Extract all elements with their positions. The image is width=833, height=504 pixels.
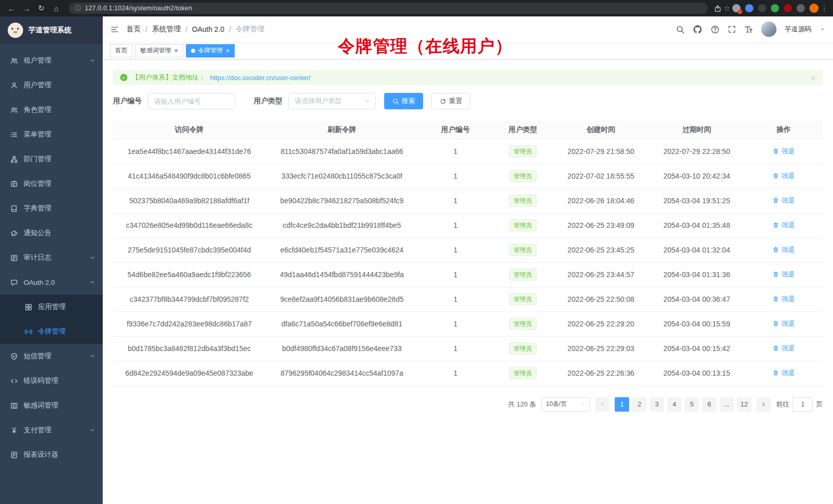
dark-extension-icon[interactable] bbox=[758, 4, 766, 12]
app-logo[interactable]: 芋道管理系统 bbox=[0, 16, 103, 44]
create-time-cell: 2022-06-25 22:29:20 bbox=[553, 312, 649, 336]
red-extension-icon[interactable] bbox=[784, 4, 792, 12]
sidebar-item-sensitive-word[interactable]: 敏感词管理 bbox=[0, 393, 103, 418]
tab-token[interactable]: 令牌管理× bbox=[186, 44, 235, 57]
sidebar-item-oauth2-app[interactable]: 应用管理 bbox=[0, 295, 103, 319]
user-type-cell: 管理员 bbox=[493, 188, 553, 213]
page-button-1[interactable]: 1 bbox=[615, 397, 629, 412]
trash-icon bbox=[772, 246, 779, 253]
sidebar-item-oauth2-token[interactable]: 令牌管理 bbox=[0, 319, 103, 344]
username[interactable]: 芋道源码 bbox=[785, 25, 811, 34]
page-button-2[interactable]: 2 bbox=[632, 397, 647, 412]
force-logout-button[interactable]: 强退 bbox=[772, 196, 794, 205]
sidebar-item-dept[interactable]: 部门管理 bbox=[0, 147, 103, 171]
font-size-icon[interactable] bbox=[744, 25, 753, 34]
site-info-icon[interactable]: ⓘ bbox=[75, 4, 81, 13]
sidebar-item-label: 部门管理 bbox=[24, 154, 51, 164]
sidebar-item-notice[interactable]: 通知公告 bbox=[0, 221, 103, 245]
tab-close-icon[interactable]: × bbox=[226, 47, 230, 54]
action-cell: 强退 bbox=[745, 336, 823, 361]
force-logout-button[interactable]: 强退 bbox=[772, 369, 794, 378]
sidebar-item-sms[interactable]: 短信管理 bbox=[0, 344, 103, 369]
sidebar-item-dict[interactable]: 字典管理 bbox=[0, 196, 103, 221]
tab-sensitive-word[interactable]: 敏感词管理× bbox=[135, 44, 183, 57]
sidebar-toggle-icon[interactable] bbox=[110, 25, 119, 34]
sidebar-item-oauth2[interactable]: OAuth 2.0 bbox=[0, 270, 103, 295]
access-token-cell: c347026e805e4d99b0d116eae66eda8c bbox=[113, 213, 266, 238]
pinned-extension-icon[interactable] bbox=[732, 4, 741, 12]
alert-close-icon[interactable]: × bbox=[811, 73, 816, 82]
blue-extension-icon[interactable] bbox=[745, 4, 753, 12]
sidebar-item-report-designer[interactable]: 报表设计器 bbox=[0, 442, 103, 467]
expire-time-cell: 2054-03-04 00:15:42 bbox=[649, 336, 745, 361]
page-button-12[interactable]: 12 bbox=[737, 397, 751, 412]
help-icon[interactable] bbox=[711, 25, 720, 34]
sidebar-item-audit-log[interactable]: 审计日志 bbox=[0, 245, 103, 270]
column-header: 用户类型 bbox=[493, 121, 553, 139]
create-time-cell: 2022-06-25 23:44:57 bbox=[553, 262, 649, 287]
breadcrumb-item[interactable]: 系统管理 bbox=[152, 25, 181, 34]
page-buttons: 123456...12 bbox=[615, 397, 751, 412]
next-page-button[interactable] bbox=[756, 397, 771, 412]
tab-close-icon[interactable]: × bbox=[174, 47, 178, 54]
sidebar-item-post[interactable]: 岗位管理 bbox=[0, 171, 103, 196]
page-size-select[interactable]: 10条/页 bbox=[541, 397, 590, 412]
force-logout-button[interactable]: 强退 bbox=[772, 319, 794, 328]
app-title: 芋道管理系统 bbox=[28, 26, 71, 35]
sidebar-item-tenant[interactable]: 租户管理 bbox=[0, 48, 103, 73]
sidebar-item-role[interactable]: 角色管理 bbox=[0, 98, 103, 122]
chevron-down-icon bbox=[89, 353, 96, 359]
reset-button[interactable]: 重置 bbox=[431, 93, 470, 109]
search-icon bbox=[676, 25, 685, 34]
force-logout-button[interactable]: 强退 bbox=[772, 147, 794, 156]
page-button-6[interactable]: 6 bbox=[702, 397, 716, 412]
user-avatar[interactable] bbox=[761, 22, 777, 37]
table-row: c347026e805e4d99b0d116eae66eda8ccdfc4ce9… bbox=[113, 213, 823, 238]
search-button[interactable]: 搜索 bbox=[384, 93, 423, 109]
user-id-cell: 1 bbox=[418, 164, 493, 188]
sidebar-item-user[interactable]: 用户管理 bbox=[0, 73, 103, 98]
force-logout-button[interactable]: 强退 bbox=[772, 270, 794, 279]
doc-link[interactable]: https://doc.iocoder.cn/user-center/ bbox=[210, 74, 311, 82]
caret-down-icon[interactable] bbox=[820, 27, 825, 32]
force-logout-button[interactable]: 强退 bbox=[772, 295, 794, 304]
role-icon bbox=[10, 106, 18, 114]
user-id-input[interactable] bbox=[148, 93, 235, 109]
sidebar-item-pay[interactable]: 支付管理 bbox=[0, 418, 103, 442]
green-extension-icon[interactable] bbox=[771, 4, 779, 12]
page-button-5[interactable]: 5 bbox=[685, 397, 699, 412]
page-ellipsis[interactable]: ... bbox=[720, 397, 734, 412]
force-logout-button[interactable]: 强退 bbox=[772, 245, 794, 255]
bookmark-star-icon[interactable]: ☆ bbox=[724, 4, 730, 13]
force-logout-button[interactable]: 强退 bbox=[772, 171, 794, 181]
back-icon[interactable]: ← bbox=[5, 2, 18, 14]
fullscreen-icon[interactable] bbox=[728, 25, 736, 33]
chevron-down-icon bbox=[89, 255, 96, 261]
force-logout-button[interactable]: 强退 bbox=[772, 344, 794, 353]
refresh-icon[interactable]: ↻ bbox=[35, 2, 48, 14]
github-icon[interactable] bbox=[693, 25, 703, 34]
prev-page-button[interactable] bbox=[595, 397, 610, 412]
breadcrumb-item[interactable]: 首页 bbox=[126, 25, 141, 34]
expire-time-cell: 2022-07-29 22:28:50 bbox=[649, 139, 745, 164]
user-type-select[interactable]: 请选择用户类型 bbox=[289, 93, 376, 109]
browser-menu-icon[interactable]: ⋮ bbox=[821, 4, 828, 12]
share-icon[interactable] bbox=[714, 5, 722, 12]
tab-home[interactable]: 首页 bbox=[110, 44, 132, 57]
goto-page-input[interactable] bbox=[792, 397, 813, 412]
page-button-3[interactable]: 3 bbox=[650, 397, 664, 412]
force-logout-button[interactable]: 强退 bbox=[772, 221, 794, 230]
sidebar-item-error-code[interactable]: 错误码管理 bbox=[0, 369, 103, 393]
forward-icon[interactable]: → bbox=[20, 2, 33, 14]
page-button-4[interactable]: 4 bbox=[667, 397, 681, 412]
user-type-badge: 管理员 bbox=[509, 145, 537, 158]
logo-image bbox=[8, 23, 23, 38]
search-icon[interactable] bbox=[676, 25, 685, 34]
home-icon[interactable]: ⌂ bbox=[50, 2, 63, 14]
address-bar[interactable]: ⓘ 127.0.0.1:1024/system/oauth2/token bbox=[69, 3, 708, 14]
refresh-icon bbox=[440, 98, 446, 105]
gray-extension-icon[interactable] bbox=[797, 4, 805, 12]
profile-avatar[interactable] bbox=[809, 4, 819, 13]
breadcrumb-item[interactable]: OAuth 2.0 bbox=[192, 25, 224, 33]
sidebar-item-menu[interactable]: 菜单管理 bbox=[0, 122, 103, 147]
